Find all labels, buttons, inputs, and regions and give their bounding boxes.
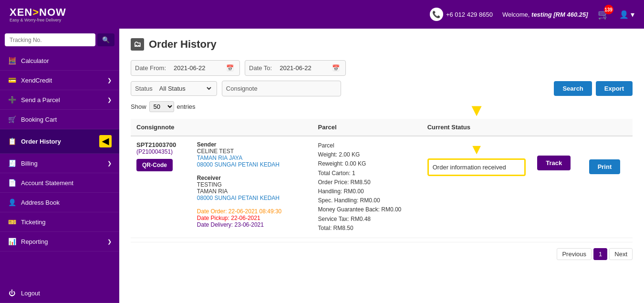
main-content: 🗂 Order History Date From: 📅 Date To: 📅 …: [119, 29, 644, 303]
user-icon[interactable]: 👤 ▾: [619, 10, 634, 19]
active-arrow-icon: ◀: [99, 135, 112, 147]
col-action2: [583, 119, 633, 136]
date-to-input[interactable]: [275, 62, 327, 74]
sidebar-item-calculator[interactable]: 🧮 Calculator: [0, 51, 119, 71]
reporting-icon: 📊: [8, 238, 16, 245]
page-title-icon: 🗂: [131, 38, 144, 51]
sidebar-item-label: Booking Cart: [21, 116, 57, 123]
parcel-total: Total: RM8.50: [318, 224, 416, 233]
sidebar-item-label: Address Book: [21, 199, 60, 206]
parcel-type: Parcel: [318, 141, 416, 150]
sender-label: Sender: [197, 141, 217, 148]
entries-select[interactable]: 50 25 100: [149, 101, 174, 112]
parcel-cell: Parcel Weight: 2.00 KG Reweight: 0.00 KG…: [312, 136, 422, 238]
search-button[interactable]: Search: [554, 81, 592, 96]
parcel-order-price: Order Price: RM8.50: [318, 178, 416, 187]
status-select[interactable]: All Status Pending Completed Cancelled: [156, 83, 213, 94]
sidebar-item-label: Account Statement: [21, 179, 73, 187]
cart-area[interactable]: 🛒 139: [598, 9, 610, 20]
consignote-label: Consignote: [226, 85, 258, 92]
parcel-spec-handling: Spec. Handling: RM0.00: [318, 196, 416, 205]
tracking-search-button[interactable]: 🔍: [97, 33, 114, 46]
date-delivery: Date Delivery: 23-06-2021: [197, 221, 307, 228]
arrow-down-indicator: ▼: [468, 102, 485, 119]
previous-button[interactable]: Previous: [557, 248, 592, 260]
phone-icon: 📞: [430, 8, 443, 21]
sidebar-item-send-parcel[interactable]: ➕ Send a Parcel ❯: [0, 90, 119, 110]
sidebar-item-xendcredit[interactable]: 💳 XendCredit ❯: [0, 71, 119, 90]
receiver-addr1: TAMAN RIA: [197, 188, 307, 195]
sidebar-item-logout[interactable]: ⏻ Logout: [0, 283, 119, 303]
header: XEN>NOW Easy & Worry-free Delivery 📞 +6 …: [0, 0, 644, 29]
sidebar-item-reporting[interactable]: 📊 Reporting ❯: [0, 232, 119, 251]
sidebar-item-order-history[interactable]: 📋 Order History ◀: [0, 129, 119, 154]
current-status-cell: ▼ Order information received: [422, 136, 532, 238]
send-parcel-icon: ➕: [8, 96, 16, 104]
main-layout: 🔍 🧮 Calculator 💳 XendCredit ❯ ➕ Send a P…: [0, 29, 644, 303]
order-history-icon: 📋: [8, 137, 16, 145]
sidebar-item-booking-cart[interactable]: 🛒 Booking Cart: [0, 110, 119, 129]
filter-row-1: Date From: 📅 Date To: 📅: [131, 60, 633, 76]
chevron-right-icon: ❯: [107, 97, 112, 103]
receiver-name: TESTING: [197, 181, 307, 188]
parcel-money-guarantee: Money Guarantee Back: RM0.00: [318, 205, 416, 214]
sidebar-item-label: Billing: [21, 160, 38, 167]
logo-sub: Easy & Worry-free Delivery: [10, 18, 66, 22]
print-button[interactable]: Print: [589, 159, 621, 174]
logo: XEN>NOW Easy & Worry-free Delivery: [10, 6, 66, 22]
receiver-label: Receiver: [197, 175, 221, 181]
date-from-label: Date From:: [135, 64, 166, 72]
date-from-group: Date From: 📅: [131, 60, 240, 76]
sender-name: CELINE TEST: [197, 148, 307, 155]
date-order: Date Order: 22-06-2021 08:49:30: [197, 208, 307, 215]
page-title: 🗂 Order History: [131, 38, 633, 51]
col-current-status: ▼ Current Status: [422, 119, 532, 136]
parcel-carton: Total Carton: 1: [318, 169, 416, 178]
status-highlight-box: Order information received: [427, 158, 526, 176]
table-row: SPT21003700 (P210004351) QR-Code Sender …: [131, 136, 633, 238]
page-1-button[interactable]: 1: [593, 248, 607, 260]
sender-addr1: TAMAN RIA JAYA: [197, 155, 307, 161]
parcel-info: Parcel Weight: 2.00 KG Reweight: 0.00 KG…: [318, 141, 416, 233]
status-text: Order information received: [433, 164, 506, 171]
sidebar-item-label: Ticketing: [21, 219, 46, 226]
sidebar-item-ticketing[interactable]: 🎫 Ticketing: [0, 212, 119, 232]
sidebar-item-label: Logout: [21, 290, 40, 297]
address-book-icon: 👤: [8, 199, 16, 206]
sidebar-item-account-statement[interactable]: 📄 Account Statement: [0, 173, 119, 193]
date-to-calendar-button[interactable]: 📅: [330, 63, 342, 73]
sender-addr2: 08000 SUNGAI PETANI KEDAH: [197, 161, 307, 168]
header-right: 📞 +6 012 429 8650 Welcome, testing [RM 4…: [430, 8, 634, 21]
next-button[interactable]: Next: [609, 248, 633, 260]
export-button[interactable]: Export: [596, 81, 633, 96]
date-from-input[interactable]: [169, 62, 221, 74]
parcel-reweight: Reweight: 0.00 KG: [318, 159, 416, 168]
search-box: 🔍: [0, 29, 119, 51]
sidebar-item-address-book[interactable]: 👤 Address Book: [0, 193, 119, 212]
qr-code-button[interactable]: QR-Code: [136, 159, 173, 171]
date-from-calendar-button[interactable]: 📅: [224, 63, 236, 73]
logout-icon: ⏻: [8, 289, 16, 297]
track-cell: Track: [531, 136, 583, 238]
sidebar-item-label: Reporting: [21, 238, 48, 245]
track-button[interactable]: Track: [537, 156, 571, 170]
date-to-group: Date To: 📅: [245, 60, 346, 76]
phone-area: 📞 +6 012 429 8650: [430, 8, 493, 21]
chevron-right-icon: ❯: [107, 77, 112, 84]
page-title-text: Order History: [149, 38, 217, 51]
pagination: Previous 1 Next: [131, 242, 633, 262]
chevron-right-icon: ❯: [107, 239, 112, 245]
chevron-right-icon: ❯: [107, 160, 112, 167]
col-consignnote: Consignnote: [131, 119, 312, 136]
sidebar: 🔍 🧮 Calculator 💳 XendCredit ❯ ➕ Send a P…: [0, 29, 119, 303]
logo-text: XEN>NOW: [10, 6, 66, 19]
tracking-search-input[interactable]: [5, 33, 95, 46]
status-label: Status: [135, 85, 153, 92]
calculator-icon: 🧮: [8, 57, 16, 64]
parcel-handling: Handling: RM0.00: [318, 187, 416, 196]
order-table: Consignnote Parcel ▼ Current Status SPT2…: [131, 119, 633, 238]
consignote-input[interactable]: [260, 82, 337, 95]
sidebar-item-billing[interactable]: 🧾 Billing ❯: [0, 154, 119, 173]
welcome-text: Welcome, testing [RM 460.25]: [502, 11, 588, 18]
xendcredit-icon: 💳: [8, 76, 16, 84]
